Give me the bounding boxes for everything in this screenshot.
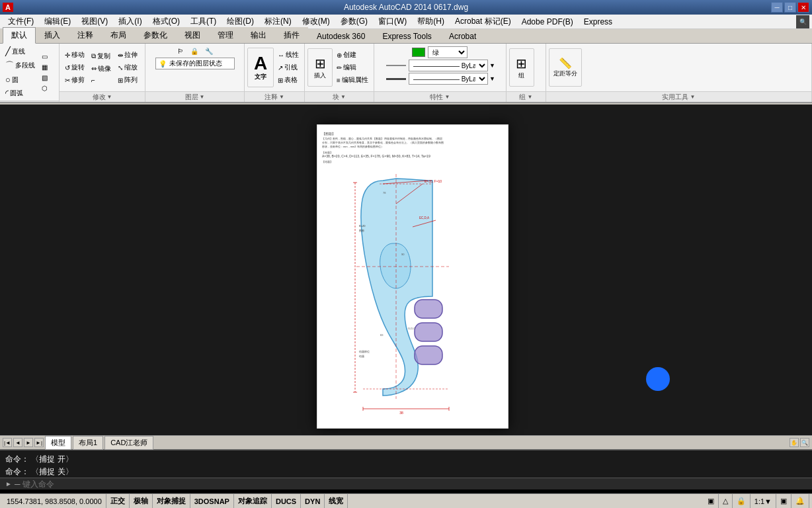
- group-utility-expand-icon[interactable]: ▼: [690, 94, 695, 100]
- edit-attr-button[interactable]: ≡ 编辑属性: [334, 74, 371, 86]
- search-button[interactable]: 🔍: [796, 15, 809, 28]
- status-ducs[interactable]: DUCS: [272, 494, 301, 508]
- group-block-label[interactable]: 块 ▼: [305, 91, 374, 102]
- group-layer-expand-icon[interactable]: ▼: [200, 94, 205, 100]
- tab-acrobat[interactable]: Acrobat: [440, 29, 485, 43]
- group-group-label[interactable]: 组 ▼: [507, 91, 546, 102]
- tab-default[interactable]: 默认: [3, 27, 36, 44]
- layer-btn1[interactable]: 🏳: [175, 46, 186, 56]
- menu-acrobat-mark[interactable]: Acrobat 标记(E): [450, 15, 516, 28]
- group-modify-expand-icon[interactable]: ▼: [107, 94, 112, 100]
- menu-window[interactable]: 窗口(W): [373, 15, 412, 28]
- linear-dim-button[interactable]: ↔ 线性: [275, 49, 302, 61]
- tab-parametric[interactable]: 参数化: [135, 27, 176, 43]
- linetype-select[interactable]: ——————— ByLayer: [409, 60, 488, 71]
- gradient-button[interactable]: ▧: [39, 73, 50, 83]
- tab-express-tools[interactable]: Express Tools: [374, 29, 440, 43]
- fillet-button[interactable]: ⌐: [89, 75, 114, 85]
- status-otrack[interactable]: 对象追踪: [234, 494, 272, 508]
- array-button[interactable]: ⊞ 阵列: [115, 74, 140, 86]
- line-button[interactable]: ╱直线: [3, 45, 38, 58]
- status-lweight[interactable]: 线宽: [325, 494, 348, 508]
- group-utility-label[interactable]: 实用工具 ▼: [546, 91, 811, 102]
- tab-layout[interactable]: 布局: [102, 27, 135, 43]
- move-button[interactable]: ✛ 移动: [62, 49, 87, 61]
- layer-btn3[interactable]: 🔧: [202, 46, 216, 56]
- polyline-button[interactable]: ⌒多段线: [3, 58, 38, 73]
- group-button[interactable]: ⊞ 组: [509, 48, 534, 87]
- table-button[interactable]: ⊞ 表格: [275, 74, 302, 86]
- menu-insert[interactable]: 插入(I): [113, 15, 147, 28]
- edit-block-button[interactable]: ✏ 编辑: [334, 62, 371, 73]
- boundary-button[interactable]: ⬡: [39, 83, 50, 93]
- color-swatch[interactable]: [412, 48, 425, 57]
- status-anno[interactable]: △: [719, 494, 733, 508]
- lineweight-select[interactable]: ——————— ByLayer: [409, 73, 488, 85]
- viewport[interactable]: 【图题】 【几何】形列，割线，圆心，圆弧几何关系 【数题】 用各圆弧半径制造，用…: [13, 105, 812, 448]
- menu-file[interactable]: 文件(F): [3, 15, 39, 28]
- zoom-level[interactable]: 1:1▼: [751, 494, 776, 508]
- zoom-button[interactable]: 🔍: [800, 438, 809, 447]
- maximize-button[interactable]: □: [784, 2, 796, 13]
- scroll-prev-button[interactable]: ◄: [13, 438, 22, 447]
- command-input[interactable]: [22, 480, 807, 489]
- scroll-next-button[interactable]: ►: [24, 438, 33, 447]
- create-block-button[interactable]: ⊕ 创建: [334, 49, 371, 61]
- tab-output[interactable]: 输出: [242, 27, 275, 43]
- group-block-expand-icon[interactable]: ▼: [341, 94, 346, 100]
- menu-param[interactable]: 参数(G): [335, 15, 373, 28]
- trim-button[interactable]: ✂ 修剪: [62, 74, 87, 86]
- menu-modify[interactable]: 修改(M): [297, 15, 335, 28]
- group-modify-label[interactable]: 修改 ▼: [60, 91, 145, 102]
- color-select[interactable]: 绿: [428, 46, 467, 58]
- layer-btn2[interactable]: 🔒: [188, 46, 201, 56]
- circle-button[interactable]: ○圆: [3, 73, 38, 86]
- insert-block-button[interactable]: ⊞ 插入: [307, 48, 333, 87]
- status-polar[interactable]: 极轴: [130, 494, 153, 508]
- command-input-row[interactable]: ► ─: [0, 478, 812, 489]
- group-group-expand-icon[interactable]: ▼: [527, 94, 532, 100]
- menu-tools[interactable]: 工具(T): [185, 15, 222, 28]
- scroll-last-button[interactable]: ►|: [34, 438, 44, 447]
- status-osnap[interactable]: 对象捕捉: [153, 494, 190, 508]
- layout-model[interactable]: 模型: [45, 436, 71, 450]
- scroll-first-button[interactable]: |◄: [3, 438, 12, 447]
- status-dyn[interactable]: DYN: [301, 494, 325, 508]
- hatch-button[interactable]: ▦: [39, 62, 50, 72]
- status-3dosnap[interactable]: 3DOSNAP: [190, 494, 234, 508]
- layout-1[interactable]: 布局1: [73, 436, 103, 450]
- status-viewport[interactable]: ▣: [776, 494, 792, 508]
- pan-button[interactable]: ✋: [790, 438, 799, 447]
- group-properties-expand-icon[interactable]: ▼: [444, 94, 450, 100]
- stretch-button[interactable]: ⇹ 拉伸: [115, 49, 140, 61]
- close-button[interactable]: ✕: [797, 2, 809, 13]
- menu-express[interactable]: Express: [579, 16, 618, 28]
- group-properties-label[interactable]: 特性 ▼: [374, 91, 506, 102]
- tab-insert[interactable]: 插入: [36, 27, 69, 43]
- status-model[interactable]: ▣: [704, 494, 719, 508]
- group-annotate-label[interactable]: 注释 ▼: [245, 91, 304, 102]
- menu-view[interactable]: 视图(V): [76, 15, 113, 28]
- tab-autodesk360[interactable]: Autodesk 360: [308, 29, 374, 43]
- menu-format[interactable]: 格式(O): [147, 15, 185, 28]
- group-layer-label[interactable]: 图层 ▼: [145, 91, 244, 102]
- lineweight-dropdown-icon[interactable]: ▼: [489, 75, 495, 82]
- linetype-dropdown-icon[interactable]: ▼: [489, 62, 495, 69]
- status-notify[interactable]: 🔔: [792, 494, 809, 508]
- tab-plugins[interactable]: 插件: [275, 27, 308, 43]
- scale-button[interactable]: ⤡ 缩放: [115, 62, 140, 73]
- menu-draw[interactable]: 绘图(D): [222, 15, 259, 28]
- copy-button[interactable]: ⧉ 复制: [89, 50, 114, 62]
- tab-view[interactable]: 视图: [176, 27, 209, 43]
- group-annotate-expand-icon[interactable]: ▼: [279, 94, 284, 100]
- rotate-button[interactable]: ↺ 旋转: [62, 62, 87, 73]
- status-lock[interactable]: 🔒: [733, 494, 751, 508]
- layer-state-display[interactable]: 💡 未保存的图层状态: [155, 58, 235, 69]
- status-ortho[interactable]: 正交: [106, 494, 130, 508]
- menu-dim[interactable]: 标注(N): [259, 15, 297, 28]
- minimize-button[interactable]: ─: [771, 2, 783, 13]
- text-button[interactable]: A 文字: [247, 48, 274, 87]
- mirror-button[interactable]: ⇔ 镜像: [89, 63, 114, 75]
- tab-manage[interactable]: 管理: [209, 27, 242, 43]
- measure-button[interactable]: 📏 定距等分: [549, 48, 582, 87]
